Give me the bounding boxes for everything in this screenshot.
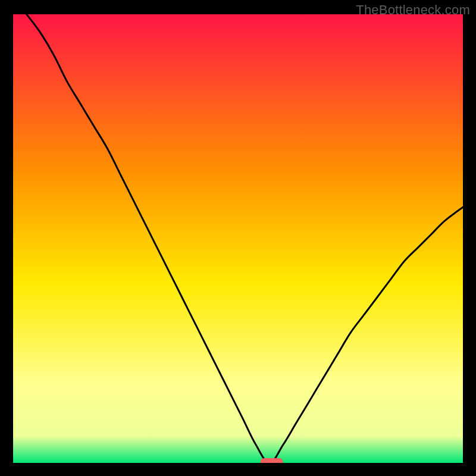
plot-svg xyxy=(13,14,463,463)
watermark-text: TheBottleneck.com xyxy=(356,2,470,18)
gradient-background xyxy=(13,14,463,463)
plot-area xyxy=(13,14,463,463)
chart-container: TheBottleneck.com xyxy=(0,0,476,476)
optimum-marker xyxy=(261,458,283,463)
